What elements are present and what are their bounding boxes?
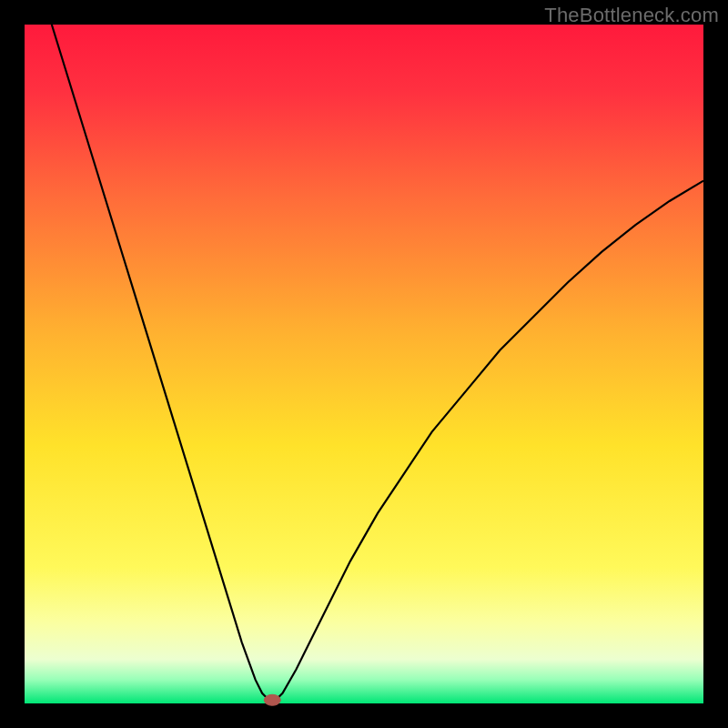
watermark-text: TheBottleneck.com <box>544 4 719 27</box>
optimum-marker <box>264 694 280 705</box>
bottleneck-chart <box>0 0 728 728</box>
chart-frame: TheBottleneck.com <box>0 0 728 728</box>
plot-background <box>25 25 703 703</box>
